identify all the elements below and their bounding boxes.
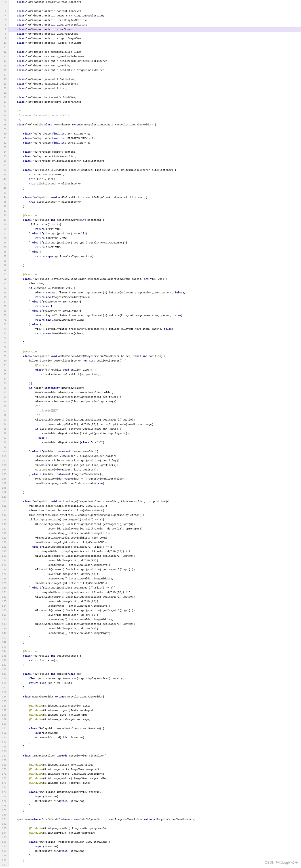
code-line [8, 835, 301, 840]
code-line: class="kw">import java.util.List; [8, 86, 301, 91]
code-line: @Override [8, 349, 301, 354]
code-line: @BindView(R.id.image_left) ImageView ima… [8, 767, 301, 772]
code-line: return null; [8, 304, 301, 309]
line-number: 84 [2, 377, 6, 381]
line-number: 122 [2, 549, 6, 554]
code-line [8, 645, 301, 649]
code-line: ButterKnife.bind(this, itemView); [8, 849, 301, 854]
code-line: class="kw">private List<News> list; [8, 154, 301, 159]
code-line: this.list = list; [8, 177, 301, 182]
line-number-gutter: 1234567891011121314151617181920212223242… [0, 0, 8, 867]
line-number: 191 [2, 863, 6, 867]
line-number: 55 [2, 245, 6, 250]
code-line: class="kw">private Context context; [8, 150, 301, 154]
line-number: 28 [2, 123, 6, 127]
line-number: 184 [2, 831, 6, 835]
line-number: 68 [2, 304, 6, 309]
line-number: 50 [2, 222, 6, 227]
line-number: 43 [2, 191, 6, 195]
line-number: 34 [2, 150, 6, 154]
code-line: class="kw">package com.zmt.e_read.Adapte… [8, 0, 301, 4]
code-line: return PROGRESS_VIEW; [8, 236, 301, 241]
code-line: <pre name=class="str">"code" class=class… [8, 817, 301, 822]
code-line: } [8, 808, 301, 813]
line-number: 56 [2, 250, 6, 254]
line-number: 138 [2, 622, 6, 626]
code-line: } [8, 486, 301, 490]
line-number: 48 [2, 213, 6, 218]
code-line: class="kw">import android.view.ViewGroup… [8, 32, 301, 36]
line-number: 175 [2, 790, 6, 795]
line-number: 128 [2, 577, 6, 581]
line-number: 17 [2, 73, 6, 77]
code-line: class="kw">import java.util.Collection; [8, 77, 301, 82]
code-line: ProgressViewHolder viewHolder = (Progres… [8, 477, 301, 481]
line-number: 190 [2, 858, 6, 863]
code-line [8, 863, 301, 867]
line-number: 177 [2, 799, 6, 804]
line-number: 73 [2, 327, 6, 332]
code-line: Glide.with(context).load(list.get(positi… [8, 554, 301, 558]
code-line: } [8, 263, 301, 268]
code-line: if(holder instanceof NewsViewHolder){ [8, 386, 301, 391]
line-number: 164 [2, 740, 6, 745]
code-line: class="kw">import android.support.v7.wid… [8, 13, 301, 18]
code-line: } else if(holder instanceof ImageViewHol… [8, 450, 301, 454]
line-number: 61 [2, 272, 6, 277]
code-line: View view; [8, 281, 301, 286]
code-line: } [8, 858, 301, 863]
code-line: if(list.size() == 0){ [8, 222, 301, 227]
code-line: @BindView(R.id.news_time)TextView time; [8, 713, 301, 717]
code-line: class="kw">public NewsViewHolder(View it… [8, 726, 301, 731]
code-line: .centerCrop().into(viewHolder.imageRight… [8, 631, 301, 636]
code-line [8, 785, 301, 790]
line-number: 141 [2, 636, 6, 640]
code-line: */ [8, 118, 301, 123]
code-line: if(viewType == PROGRESS_VIEW){ [8, 286, 301, 290]
line-number: 178 [2, 804, 6, 808]
line-number: 23 [2, 100, 6, 104]
code-line: } [8, 663, 301, 668]
code-content[interactable]: class="kw">package com.zmt.e_read.Adapte… [8, 0, 301, 867]
code-line: class="kw">private OnItemClickListener c… [8, 159, 301, 163]
code-line: } else if(viewType == EMPTY_VIEW){ [8, 300, 301, 304]
line-number: 1 [2, 0, 6, 4]
line-number: 114 [2, 513, 6, 518]
line-number: 46 [2, 204, 6, 209]
code-line: } [8, 336, 301, 341]
line-number: 64 [2, 286, 6, 290]
code-line [8, 268, 301, 272]
code-line: class="kw">import android.widget.TextVie… [8, 41, 301, 45]
code-line [8, 813, 301, 817]
code-line: } else { [8, 322, 301, 327]
code-line [8, 127, 301, 132]
code-line: class="kw">private final int PROGRESS_VI… [8, 136, 301, 141]
code-line [8, 4, 301, 9]
code-line: class="kw">public void setItemImage(Imag… [8, 499, 301, 504]
code-line: holder.itemView.setOnClickListener(new V… [8, 359, 301, 363]
line-number: 165 [2, 745, 6, 749]
line-number: 152 [2, 686, 6, 690]
line-number: 105 [2, 472, 6, 477]
line-number: 132 [2, 595, 6, 599]
code-line: .centerCrop().into(viewHolder.imageLeft)… [8, 531, 301, 536]
line-number: 129 [2, 581, 6, 586]
code-line: int imageWidth = (displayMetrics.widthPi… [8, 590, 301, 595]
line-number: 63 [2, 281, 6, 286]
code-line: class="kw">import android.widget.ImageVi… [8, 36, 301, 41]
code-line: } else if(list.get(position).getImageUrl… [8, 545, 301, 549]
code-line: return EMPTY_VIEW; [8, 227, 301, 231]
line-number: 53 [2, 236, 6, 241]
line-number: 32 [2, 141, 6, 145]
line-number: 182 [2, 822, 6, 826]
code-line: class="kw">public RecyclerView.ViewHolde… [8, 277, 301, 281]
code-line: } else { [8, 436, 301, 440]
line-number: 89 [2, 400, 6, 404]
line-number: 33 [2, 145, 6, 150]
code-line: .override(displayMetrics.widthPixels - d… [8, 527, 301, 531]
line-number: 106 [2, 477, 6, 481]
line-number: 3 [2, 9, 6, 13]
line-number: 121 [2, 545, 6, 549]
line-number: 45 [2, 200, 6, 204]
code-line: } [8, 686, 301, 690]
